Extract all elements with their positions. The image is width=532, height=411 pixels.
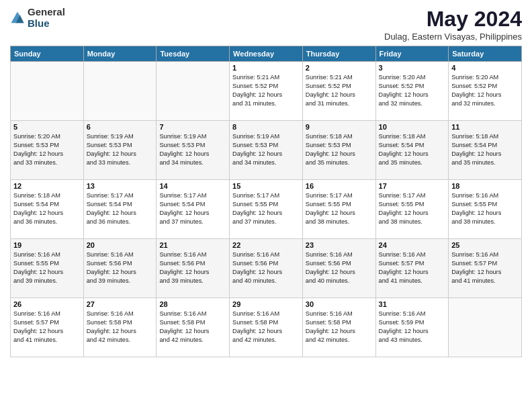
calendar-cell xyxy=(11,62,84,121)
calendar-cell: 18Sunrise: 5:16 AMSunset: 5:55 PMDayligh… xyxy=(449,180,522,239)
logo-icon xyxy=(10,11,25,26)
day-number: 9 xyxy=(306,123,373,131)
calendar-week-row: 26Sunrise: 5:16 AMSunset: 5:57 PMDayligh… xyxy=(11,298,522,357)
calendar-table: SundayMondayTuesdayWednesdayThursdayFrid… xyxy=(10,46,522,357)
calendar-header-monday: Monday xyxy=(83,46,157,62)
calendar-cell: 20Sunrise: 5:16 AMSunset: 5:56 PMDayligh… xyxy=(83,239,157,298)
calendar-cell: 22Sunrise: 5:16 AMSunset: 5:56 PMDayligh… xyxy=(230,239,303,298)
day-number: 26 xyxy=(13,300,81,308)
calendar-cell: 28Sunrise: 5:16 AMSunset: 5:58 PMDayligh… xyxy=(157,298,230,357)
day-number: 30 xyxy=(306,300,373,308)
calendar-cell xyxy=(449,298,522,357)
day-info: Sunrise: 5:16 AMSunset: 5:58 PMDaylight:… xyxy=(159,310,226,345)
day-number: 3 xyxy=(379,64,446,72)
calendar-cell: 21Sunrise: 5:16 AMSunset: 5:56 PMDayligh… xyxy=(157,239,230,298)
day-info: Sunrise: 5:16 AMSunset: 5:58 PMDaylight:… xyxy=(87,310,154,345)
calendar-cell: 1Sunrise: 5:21 AMSunset: 5:52 PMDaylight… xyxy=(230,62,303,121)
calendar-header-thursday: Thursday xyxy=(302,46,375,62)
calendar-cell xyxy=(157,62,230,121)
day-number: 31 xyxy=(379,300,446,308)
logo-general: General xyxy=(28,7,65,18)
calendar-cell: 3Sunrise: 5:20 AMSunset: 5:52 PMDaylight… xyxy=(375,62,449,121)
calendar-cell: 25Sunrise: 5:16 AMSunset: 5:57 PMDayligh… xyxy=(449,239,522,298)
calendar-cell: 8Sunrise: 5:19 AMSunset: 5:53 PMDaylight… xyxy=(230,121,303,180)
location-subtitle: Dulag, Eastern Visayas, Philippines xyxy=(384,32,522,42)
day-info: Sunrise: 5:16 AMSunset: 5:57 PMDaylight:… xyxy=(379,250,446,285)
calendar-cell: 15Sunrise: 5:17 AMSunset: 5:55 PMDayligh… xyxy=(230,180,303,239)
day-info: Sunrise: 5:17 AMSunset: 5:55 PMDaylight:… xyxy=(232,191,300,226)
day-number: 10 xyxy=(379,123,446,131)
calendar-week-row: 12Sunrise: 5:18 AMSunset: 5:54 PMDayligh… xyxy=(11,180,522,239)
calendar-header-row: SundayMondayTuesdayWednesdayThursdayFrid… xyxy=(11,46,522,62)
calendar-cell: 27Sunrise: 5:16 AMSunset: 5:58 PMDayligh… xyxy=(83,298,157,357)
calendar-cell: 7Sunrise: 5:19 AMSunset: 5:53 PMDaylight… xyxy=(157,121,230,180)
logo: General Blue xyxy=(10,7,65,29)
calendar-cell: 6Sunrise: 5:19 AMSunset: 5:53 PMDaylight… xyxy=(83,121,157,180)
day-info: Sunrise: 5:19 AMSunset: 5:53 PMDaylight:… xyxy=(87,132,154,167)
calendar-cell: 4Sunrise: 5:20 AMSunset: 5:52 PMDaylight… xyxy=(449,62,522,121)
title-block: May 2024 Dulag, Eastern Visayas, Philipp… xyxy=(384,7,522,42)
day-info: Sunrise: 5:16 AMSunset: 5:55 PMDaylight:… xyxy=(451,191,519,226)
day-number: 24 xyxy=(379,241,446,249)
calendar-cell: 19Sunrise: 5:16 AMSunset: 5:55 PMDayligh… xyxy=(11,239,84,298)
day-number: 13 xyxy=(87,182,154,190)
day-number: 8 xyxy=(232,123,300,131)
day-info: Sunrise: 5:17 AMSunset: 5:54 PMDaylight:… xyxy=(159,191,226,226)
day-number: 18 xyxy=(451,182,519,190)
day-info: Sunrise: 5:16 AMSunset: 5:57 PMDaylight:… xyxy=(451,250,519,285)
day-info: Sunrise: 5:21 AMSunset: 5:52 PMDaylight:… xyxy=(232,73,300,108)
day-number: 28 xyxy=(159,300,226,308)
calendar-header-friday: Friday xyxy=(375,46,449,62)
day-number: 19 xyxy=(13,241,81,249)
day-number: 12 xyxy=(13,182,81,190)
day-info: Sunrise: 5:21 AMSunset: 5:52 PMDaylight:… xyxy=(306,73,373,108)
day-info: Sunrise: 5:16 AMSunset: 5:56 PMDaylight:… xyxy=(87,250,154,285)
day-info: Sunrise: 5:20 AMSunset: 5:52 PMDaylight:… xyxy=(379,73,446,108)
day-info: Sunrise: 5:20 AMSunset: 5:53 PMDaylight:… xyxy=(13,132,81,167)
calendar-header-sunday: Sunday xyxy=(11,46,84,62)
day-info: Sunrise: 5:18 AMSunset: 5:54 PMDaylight:… xyxy=(451,132,519,167)
day-number: 14 xyxy=(159,182,226,190)
day-info: Sunrise: 5:16 AMSunset: 5:58 PMDaylight:… xyxy=(306,310,373,345)
calendar-header-tuesday: Tuesday xyxy=(157,46,230,62)
day-number: 6 xyxy=(87,123,154,131)
calendar-cell: 5Sunrise: 5:20 AMSunset: 5:53 PMDaylight… xyxy=(11,121,84,180)
day-info: Sunrise: 5:16 AMSunset: 5:56 PMDaylight:… xyxy=(306,250,373,285)
day-number: 15 xyxy=(232,182,300,190)
day-info: Sunrise: 5:16 AMSunset: 5:59 PMDaylight:… xyxy=(379,310,446,345)
day-number: 5 xyxy=(13,123,81,131)
calendar-cell: 10Sunrise: 5:18 AMSunset: 5:54 PMDayligh… xyxy=(375,121,449,180)
calendar-cell: 29Sunrise: 5:16 AMSunset: 5:58 PMDayligh… xyxy=(230,298,303,357)
calendar-cell: 2Sunrise: 5:21 AMSunset: 5:52 PMDaylight… xyxy=(302,62,375,121)
day-info: Sunrise: 5:18 AMSunset: 5:53 PMDaylight:… xyxy=(306,132,373,167)
day-number: 4 xyxy=(451,64,519,72)
day-number: 1 xyxy=(232,64,300,72)
calendar-cell: 24Sunrise: 5:16 AMSunset: 5:57 PMDayligh… xyxy=(375,239,449,298)
day-number: 22 xyxy=(232,241,300,249)
calendar-cell: 12Sunrise: 5:18 AMSunset: 5:54 PMDayligh… xyxy=(11,180,84,239)
day-info: Sunrise: 5:16 AMSunset: 5:56 PMDaylight:… xyxy=(159,250,226,285)
day-number: 7 xyxy=(159,123,226,131)
day-info: Sunrise: 5:16 AMSunset: 5:55 PMDaylight:… xyxy=(13,250,81,285)
calendar-cell: 23Sunrise: 5:16 AMSunset: 5:56 PMDayligh… xyxy=(302,239,375,298)
calendar-cell: 26Sunrise: 5:16 AMSunset: 5:57 PMDayligh… xyxy=(11,298,84,357)
day-number: 23 xyxy=(306,241,373,249)
calendar-cell: 31Sunrise: 5:16 AMSunset: 5:59 PMDayligh… xyxy=(375,298,449,357)
day-info: Sunrise: 5:17 AMSunset: 5:55 PMDaylight:… xyxy=(379,191,446,226)
day-number: 17 xyxy=(379,182,446,190)
calendar-cell: 13Sunrise: 5:17 AMSunset: 5:54 PMDayligh… xyxy=(83,180,157,239)
day-info: Sunrise: 5:19 AMSunset: 5:53 PMDaylight:… xyxy=(159,132,226,167)
day-info: Sunrise: 5:16 AMSunset: 5:58 PMDaylight:… xyxy=(232,310,300,345)
day-info: Sunrise: 5:17 AMSunset: 5:54 PMDaylight:… xyxy=(87,191,154,226)
calendar-header-saturday: Saturday xyxy=(449,46,522,62)
page-header: General Blue May 2024 Dulag, Eastern Vis… xyxy=(10,7,522,42)
day-info: Sunrise: 5:19 AMSunset: 5:53 PMDaylight:… xyxy=(232,132,300,167)
day-info: Sunrise: 5:20 AMSunset: 5:52 PMDaylight:… xyxy=(451,73,519,108)
calendar-cell: 17Sunrise: 5:17 AMSunset: 5:55 PMDayligh… xyxy=(375,180,449,239)
day-number: 16 xyxy=(306,182,373,190)
logo-blue: Blue xyxy=(28,18,65,30)
month-title: May 2024 xyxy=(384,7,522,32)
calendar-cell: 16Sunrise: 5:17 AMSunset: 5:55 PMDayligh… xyxy=(302,180,375,239)
day-number: 27 xyxy=(87,300,154,308)
calendar-week-row: 19Sunrise: 5:16 AMSunset: 5:55 PMDayligh… xyxy=(11,239,522,298)
